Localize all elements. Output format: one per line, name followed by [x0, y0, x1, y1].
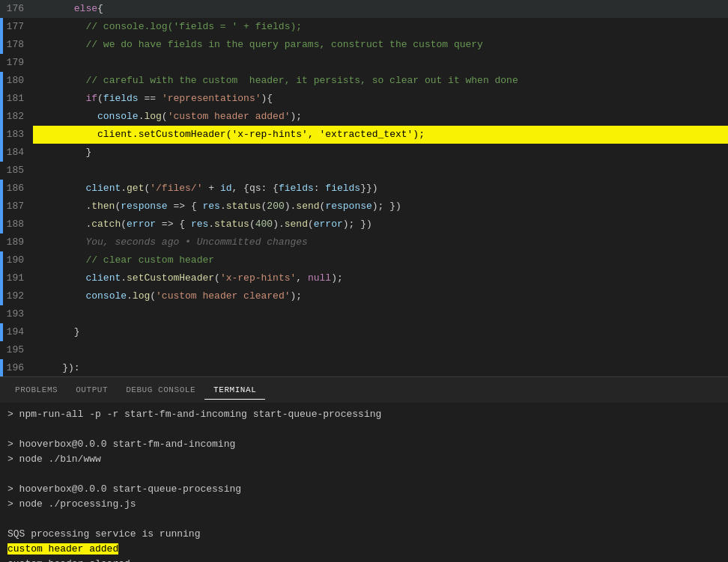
tab-debug-console[interactable]: DEBUG CONSOLE — [117, 381, 204, 400]
code-line-194: 194 } — [0, 323, 728, 341]
line-content: // clear custom header — [33, 251, 728, 269]
line-number: 186 — [3, 180, 33, 198]
code-line-191: 191 client.setCustomHeader('x-rep-hints'… — [0, 269, 728, 287]
terminal-panel[interactable]: > npm-run-all -p -r start-fm-and-incomin… — [0, 403, 728, 562]
line-number: 194 — [3, 323, 33, 341]
terminal-line — [7, 422, 721, 437]
code-line-186: 186 client.get('/files/' + id, {qs: {fie… — [0, 180, 728, 198]
line-content: client.setCustomHeader('x-rep-hints', nu… — [33, 269, 728, 287]
code-line-179: 179 — [0, 54, 728, 72]
tab-problems[interactable]: PROBLEMS — [6, 381, 67, 400]
code-line-193: 193 — [0, 305, 728, 323]
line-number: 189 — [3, 233, 33, 251]
code-line-185: 185 — [0, 162, 728, 180]
line-content: console.log('custom header cleared'); — [33, 287, 728, 305]
terminal-line: SQS processing service is running — [7, 527, 721, 542]
code-line-188: 188 .catch(error => { res.status(400).se… — [0, 216, 728, 233]
line-content: client.get('/files/' + id, {qs: {fields:… — [33, 180, 728, 198]
code-line-196: 196 }): — [0, 359, 728, 376]
terminal-line: > hooverbox@0.0.0 start-fm-and-incoming — [7, 437, 721, 452]
terminal-line: custom header cleared — [7, 557, 721, 562]
line-content: } — [33, 323, 728, 341]
terminal-line: > npm-run-all -p -r start-fm-and-incomin… — [7, 407, 721, 422]
line-number: 182 — [3, 108, 33, 126]
line-number: 190 — [3, 251, 33, 269]
panel-tabs: PROBLEMS OUTPUT DEBUG CONSOLE TERMINAL — [0, 376, 728, 403]
line-number: 193 — [3, 305, 33, 323]
line-content: // console.log('fields = ' + fields); — [33, 18, 728, 36]
line-content: // we do have fields in the query params… — [33, 36, 728, 54]
code-line-190: 190 // clear custom header — [0, 251, 728, 269]
line-number: 179 — [3, 54, 33, 72]
line-number: 176 — [3, 0, 33, 18]
line-number: 177 — [3, 18, 33, 36]
line-number: 178 — [3, 36, 33, 54]
line-number: 195 — [3, 341, 33, 359]
line-content: if(fields == 'representations'){ — [33, 90, 728, 108]
code-line-176: 176 else{ — [0, 0, 728, 18]
line-number: 181 — [3, 90, 33, 108]
line-content: } — [33, 144, 728, 162]
line-number: 191 — [3, 269, 33, 287]
terminal-line: > node ./processing.js — [7, 497, 721, 512]
line-number: 185 — [3, 162, 33, 180]
line-content: client.setCustomHeader('x-rep-hints', 'e… — [33, 126, 728, 144]
code-line-183: 183 client.setCustomHeader('x-rep-hints'… — [0, 126, 728, 144]
code-line-184: 184 } — [0, 144, 728, 162]
line-content — [33, 341, 728, 359]
tab-terminal[interactable]: TERMINAL — [204, 381, 265, 400]
line-number: 192 — [3, 287, 33, 305]
line-number: 184 — [3, 144, 33, 162]
terminal-line: > hooverbox@0.0.0 start-queue-processing — [7, 482, 721, 497]
tab-output[interactable]: OUTPUT — [67, 381, 117, 400]
line-content: }): — [33, 359, 728, 376]
code-line-177: 177 // console.log('fields = ' + fields)… — [0, 18, 728, 36]
terminal-line: custom header added — [7, 542, 721, 557]
code-line-195: 195 — [0, 341, 728, 359]
line-number: 187 — [3, 198, 33, 216]
code-line-192: 192 console.log('custom header cleared')… — [0, 287, 728, 305]
code-line-187: 187 .then(response => { res.status(200).… — [0, 198, 728, 216]
line-number: 196 — [3, 359, 33, 376]
line-content: You, seconds ago • Uncommitted changes — [33, 233, 728, 251]
line-content — [33, 54, 728, 72]
terminal-line — [7, 467, 721, 482]
line-content: // careful with the custom header, it pe… — [33, 72, 728, 90]
code-line-178: 178 // we do have fields in the query pa… — [0, 36, 728, 54]
line-number: 180 — [3, 72, 33, 90]
terminal-line: > node ./bin/www — [7, 452, 721, 467]
code-editor[interactable]: 176 else{177 // console.log('fields = ' … — [0, 0, 728, 376]
code-line-182: 182 console.log('custom header added'); — [0, 108, 728, 126]
line-number: 183 — [3, 126, 33, 144]
code-line-189: 189 You, seconds ago • Uncommitted chang… — [0, 233, 728, 251]
line-content: .catch(error => { res.status(400).send(e… — [33, 216, 728, 233]
line-content — [33, 305, 728, 323]
line-content: console.log('custom header added'); — [33, 108, 728, 126]
code-line-181: 181 if(fields == 'representations'){ — [0, 90, 728, 108]
code-line-180: 180 // careful with the custom header, i… — [0, 72, 728, 90]
line-content: .then(response => { res.status(200).send… — [33, 198, 728, 216]
line-content: else{ — [33, 0, 728, 18]
line-content — [33, 162, 728, 180]
line-number: 188 — [3, 216, 33, 233]
terminal-line — [7, 512, 721, 527]
